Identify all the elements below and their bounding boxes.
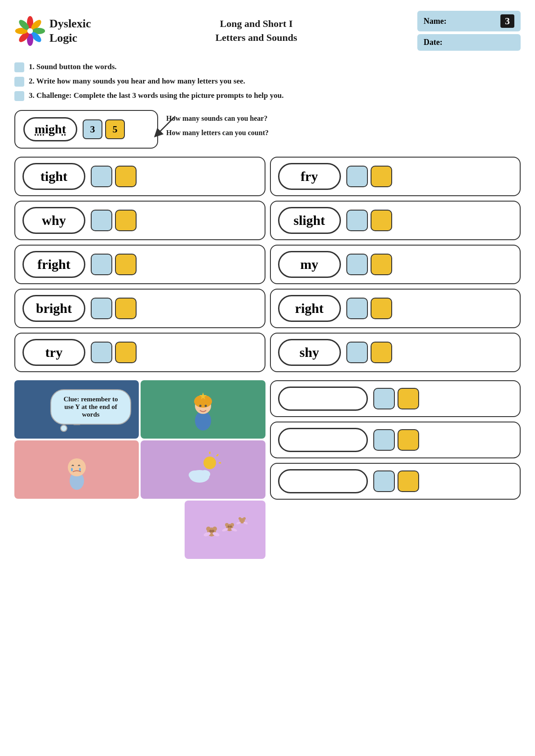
blank-word-2[interactable] (278, 428, 368, 452)
word-fright: fright (22, 251, 85, 278)
sounds-why[interactable] (91, 210, 112, 231)
word-row-shy: shy (270, 333, 521, 372)
word-try: try (22, 339, 85, 366)
instruction-3: 3. Challenge: Complete the last 3 words … (14, 90, 521, 101)
word-shy: shy (278, 339, 341, 366)
sounds-tight[interactable] (91, 166, 112, 187)
example-card: might 3 5 (14, 110, 158, 149)
bullet-3 (14, 91, 24, 101)
svg-point-9 (27, 28, 33, 33)
sounds-try[interactable] (91, 342, 112, 363)
main-word-grid: tight fry why slight fright (14, 157, 521, 372)
count-boxes-right (346, 298, 392, 319)
thought-bubble: Clue: remember to use Y at the end of wo… (50, 389, 131, 425)
word-row-tight: tight (14, 157, 265, 196)
page-header: Dyslexic Logic Long and Short I Letters … (14, 11, 521, 51)
pic-crying-boy (14, 440, 139, 499)
blank-sounds-1[interactable] (373, 388, 395, 409)
sounds-fry[interactable] (346, 166, 368, 187)
blank-letters-1[interactable] (398, 388, 419, 409)
letters-tight[interactable] (115, 166, 137, 187)
sounds-bright[interactable] (91, 298, 112, 319)
count-boxes-shy (346, 342, 392, 363)
word-row-fright: fright (14, 245, 265, 284)
letters-right[interactable] (371, 298, 392, 319)
svg-point-41 (227, 526, 230, 528)
blank-word-1[interactable] (278, 387, 368, 411)
clue-area: Clue: remember to use Y at the end of wo… (14, 380, 265, 559)
word-tight: tight (22, 163, 85, 190)
page-number: 3 (500, 14, 514, 28)
example-word: might (23, 117, 77, 141)
count-boxes-why (91, 210, 137, 231)
svg-point-21 (68, 458, 86, 476)
sounds-my[interactable] (346, 254, 368, 275)
word-row-try: try (14, 333, 265, 372)
pic-girl (141, 380, 265, 439)
svg-point-22 (71, 468, 73, 471)
svg-point-30 (199, 470, 210, 478)
blank-count-3 (373, 470, 419, 492)
word-row-why: why (14, 201, 265, 240)
word-row-slight: slight (270, 201, 521, 240)
sounds-fright[interactable] (91, 254, 112, 275)
name-date-area: Name: 3 Date: (417, 11, 521, 51)
blank-row-3 (270, 463, 521, 500)
letters-try[interactable] (115, 342, 137, 363)
count-boxes-tight (91, 166, 137, 187)
word-my: my (278, 251, 341, 278)
blank-letters-2[interactable] (398, 429, 419, 451)
blank-word-rows (270, 380, 521, 559)
word-right: right (278, 295, 341, 322)
svg-line-26 (217, 454, 218, 456)
blank-word-3[interactable] (278, 469, 368, 493)
word-row-my: my (270, 245, 521, 284)
svg-point-29 (189, 470, 201, 479)
letters-slight[interactable] (371, 210, 392, 231)
logo: Dyslexic Logic (14, 11, 95, 51)
name-row: Name: 3 (417, 11, 521, 31)
blank-letters-3[interactable] (398, 470, 419, 492)
letters-why[interactable] (115, 210, 137, 231)
letters-shy[interactable] (371, 342, 392, 363)
count-boxes-try (91, 342, 137, 363)
blank-sounds-3[interactable] (373, 470, 395, 492)
sounds-shy[interactable] (346, 342, 368, 363)
word-why: why (22, 207, 85, 234)
svg-point-47 (243, 517, 246, 520)
count-boxes-fry (346, 166, 392, 187)
count-boxes-slight (346, 210, 392, 231)
word-bright: bright (22, 295, 85, 322)
count-boxes-bright (91, 298, 137, 319)
svg-point-18 (204, 405, 207, 407)
svg-point-17 (199, 405, 201, 407)
blank-row-2 (270, 422, 521, 458)
pic-sun-cloud (141, 440, 265, 499)
svg-point-42 (230, 526, 232, 528)
word-fry: fry (278, 163, 341, 190)
letters-box-example[interactable]: 5 (105, 119, 125, 139)
svg-point-35 (212, 530, 214, 532)
sounds-slight[interactable] (346, 210, 368, 231)
sounds-right[interactable] (346, 298, 368, 319)
letters-bright[interactable] (115, 298, 137, 319)
letters-fright[interactable] (115, 254, 137, 275)
word-slight: slight (278, 207, 341, 234)
date-row: Date: (417, 34, 521, 51)
page-title: Long and Short I Letters and Sounds (102, 11, 410, 51)
blank-sounds-2[interactable] (373, 429, 395, 451)
instruction-2: 2. Write how many sounds you hear and ho… (14, 76, 521, 87)
pic-bears (185, 501, 265, 559)
letters-my[interactable] (371, 254, 392, 275)
logo-icon (14, 15, 46, 47)
bullet-1 (14, 62, 24, 72)
arrow-labels: How many sounds can you hear? How many l… (166, 113, 269, 137)
letters-fry[interactable] (371, 166, 392, 187)
svg-point-24 (203, 457, 216, 469)
bottom-section: Clue: remember to use Y at the end of wo… (14, 380, 521, 559)
sounds-box-example[interactable]: 3 (83, 119, 102, 139)
example-count-boxes: 3 5 (83, 119, 125, 139)
count-boxes-my (346, 254, 392, 275)
word-row-right: right (270, 289, 521, 328)
blank-count-2 (373, 429, 419, 451)
